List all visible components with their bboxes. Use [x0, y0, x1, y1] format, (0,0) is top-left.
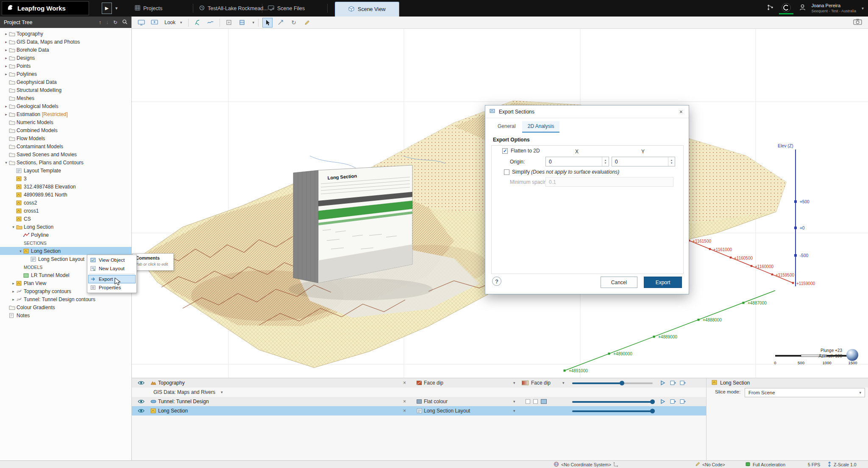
chevron-down-icon[interactable]: ▾	[513, 409, 515, 413]
simplify-checkbox[interactable]	[504, 169, 509, 175]
tree-item[interactable]: Layout Template	[0, 166, 131, 174]
tree-item[interactable]: Polyline	[0, 231, 131, 239]
opacity-slider[interactable]	[572, 408, 653, 413]
comments-panel[interactable]: Comments Tab or click to edit	[132, 253, 174, 271]
help-button[interactable]: ?	[492, 277, 501, 286]
tree-item[interactable]: ▾Sections, Plans and Contours	[0, 158, 131, 166]
search-icon[interactable]	[122, 19, 128, 26]
tree-item[interactable]: 4890989.961 North	[0, 191, 131, 199]
flatten-checkbox[interactable]: ✓	[502, 148, 508, 154]
export-button[interactable]: Export	[644, 277, 682, 288]
tree-item[interactable]: SECTIONS	[0, 239, 131, 247]
tree-item[interactable]: CS	[0, 215, 131, 223]
zscale-status[interactable]: Z-Scale 1.0	[827, 461, 857, 468]
menu-item-export[interactable]: Export	[88, 275, 136, 283]
origin-y-input[interactable]: 0 ▲ ▼	[612, 157, 675, 166]
colour-mode-dropdown[interactable]: Long Section Layout	[424, 408, 470, 414]
dialog-titlebar[interactable]: Export Sections ×	[485, 105, 689, 118]
screenshot-camera-icon[interactable]	[853, 18, 862, 27]
tab-general[interactable]: General	[492, 121, 521, 133]
spinner-buttons[interactable]: ▲ ▼	[602, 157, 609, 166]
opacity-slider[interactable]	[572, 399, 653, 404]
select-tool-icon[interactable]	[262, 18, 273, 28]
chevron-down-icon[interactable]: ▾	[862, 6, 864, 11]
tab-2d-analysis[interactable]: 2D Analysis	[522, 121, 560, 133]
chevron-right-icon[interactable]: ▸	[3, 64, 9, 68]
visibility-eye-icon[interactable]	[138, 380, 145, 385]
tree-item[interactable]: 3	[0, 174, 131, 183]
tree-item[interactable]: Contaminant Models	[0, 142, 131, 150]
chevron-right-icon[interactable]: ▸	[11, 297, 16, 302]
tree-item[interactable]: ▾Long Section	[0, 247, 131, 255]
slice-box-icon[interactable]	[237, 18, 247, 28]
acceleration-status[interactable]: Full Acceleration	[745, 462, 785, 468]
tree-item[interactable]: Saved Scenes and Movies	[0, 150, 131, 158]
colour-swatch[interactable]	[541, 399, 547, 404]
chevron-right-icon[interactable]: ▸	[3, 104, 9, 108]
cancel-button[interactable]: Cancel	[601, 277, 637, 288]
tree-item[interactable]: ▸Polylines	[0, 70, 131, 78]
chevron-right-icon[interactable]: ▸	[11, 281, 16, 285]
chevron-right-icon[interactable]: ▸	[11, 289, 16, 294]
tab-project[interactable]: TestAll-Lake Rockmead... ×	[199, 0, 274, 17]
chevron-down-icon[interactable]: ▾	[562, 381, 565, 385]
branch-icon[interactable]	[767, 4, 773, 12]
tree-item[interactable]: Notes	[0, 311, 131, 319]
chevron-down-icon[interactable]: ▾	[11, 225, 16, 229]
move-up-icon[interactable]: ↑	[99, 19, 101, 25]
chevron-down-icon[interactable]: ▾	[18, 249, 23, 253]
gis-data-row[interactable]: GIS Data:Maps and Rivers▾	[132, 388, 706, 397]
chevron-right-icon[interactable]: ▸	[3, 112, 9, 116]
chevron-down-icon[interactable]: ▾	[513, 381, 515, 385]
spin-up-icon[interactable]: ▲	[604, 159, 607, 162]
chevron-down-icon[interactable]: ▾	[115, 6, 118, 11]
refresh-tool-icon[interactable]: ↻	[289, 18, 299, 28]
remove-icon[interactable]: ×	[403, 408, 406, 414]
tree-item[interactable]: ▸Tunnel: Tunnel Design contours	[0, 295, 131, 303]
spin-up-icon[interactable]: ▲	[670, 159, 673, 162]
flip-section-icon[interactable]	[680, 380, 686, 386]
spin-down-icon[interactable]: ▼	[670, 162, 673, 165]
tree-item[interactable]: Structural Modelling	[0, 86, 131, 94]
remove-icon[interactable]: ×	[403, 399, 406, 404]
orientation-ball[interactable]	[846, 349, 858, 361]
shape-list-row[interactable]: Long Section×Long Section Layout▾	[132, 406, 706, 415]
pencil-tool-icon[interactable]	[302, 18, 312, 28]
colour-mode-dropdown[interactable]: Face dip	[424, 380, 443, 386]
tree-item[interactable]: cross1	[0, 207, 131, 215]
tree-item[interactable]: Colour Gradients	[0, 303, 131, 311]
spin-down-icon[interactable]: ▼	[604, 162, 607, 165]
tree-item[interactable]: Flow Models	[0, 134, 131, 142]
code-status[interactable]: <No Code>	[695, 462, 725, 468]
menu-item-view-object[interactable]: View Object	[88, 256, 136, 264]
tree-item[interactable]: coss2	[0, 199, 131, 207]
tab-scene-files[interactable]: Scene Files	[268, 0, 305, 17]
tree-item[interactable]: Combined Models	[0, 126, 131, 134]
tree-item[interactable]: ▸Points	[0, 62, 131, 70]
sync-view-icon[interactable]	[224, 18, 234, 28]
seequent-logo[interactable]	[779, 3, 793, 14]
run-button[interactable]: ▶	[102, 3, 112, 14]
colour-swatch[interactable]	[522, 381, 529, 385]
remove-icon[interactable]: ×	[403, 380, 406, 386]
chevron-down-icon[interactable]: ▾	[253, 20, 255, 25]
look-dropdown[interactable]: Look ▾	[162, 19, 184, 26]
move-down-icon[interactable]: ↓	[106, 19, 108, 25]
play-icon[interactable]	[660, 380, 665, 386]
visibility-eye-icon[interactable]	[138, 399, 145, 404]
curve-tool-icon[interactable]	[206, 18, 216, 28]
tree-item[interactable]: ▸Geological Models	[0, 102, 131, 110]
shape-option-checkbox[interactable]	[526, 399, 530, 404]
visibility-eye-icon[interactable]	[138, 408, 145, 413]
chevron-right-icon[interactable]: ▸	[3, 40, 9, 44]
tree-item[interactable]: Numeric Models	[0, 118, 131, 126]
flip-section-icon[interactable]	[680, 399, 686, 404]
chevron-right-icon[interactable]: ▸	[3, 56, 9, 60]
tree-item[interactable]: Geophysical Data	[0, 78, 131, 86]
shape-list-row[interactable]: Tunnel: Tunnel Design×Flat colour▾	[132, 397, 706, 406]
play-icon[interactable]	[660, 399, 665, 404]
tree-item[interactable]: ▸Borehole Data	[0, 46, 131, 54]
colour-mode-dropdown[interactable]: Flat colour	[424, 399, 448, 404]
tree-item[interactable]: ▸Topography	[0, 30, 131, 38]
spinner-buttons[interactable]: ▲ ▼	[668, 157, 675, 166]
